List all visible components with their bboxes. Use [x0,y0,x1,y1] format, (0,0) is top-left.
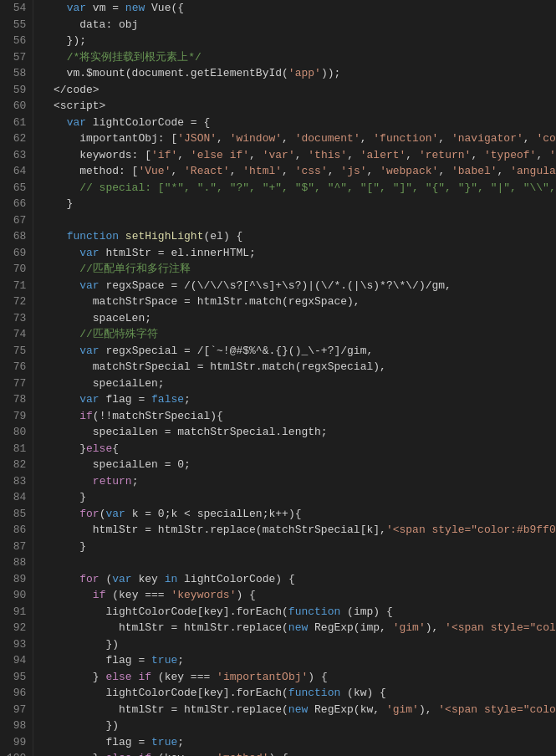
code-line: var regxSpecial = /[`~!@#$%^&.{}()_\-+?]… [40,343,556,360]
code-token: , [406,149,419,161]
code-token: 'var' [263,149,295,161]
code-token: } [40,540,86,553]
code-token: spaceLen; [40,312,151,324]
code-token: for [79,508,99,520]
code-line: specialLen = matchStrSpecial.length; [40,424,556,441]
code-line: } else if (key === 'method') { [40,750,556,756]
code-token: 'document' [295,132,360,145]
line-number: 64 [7,163,26,180]
code-token [40,508,79,520]
code-token: 'method' [217,752,268,756]
code-token: (key === [151,671,217,683]
line-number: 56 [7,33,26,49]
code-token: (key === [105,589,171,601]
code-line: //匹配单行和多行注释 [40,261,556,278]
code-token: (!!matchStrSpecial){ [93,410,223,422]
code-line: } else if (key === 'importantObj') { [40,669,556,686]
code-token: false [151,393,184,406]
code-token: ( [99,573,113,585]
code-line: matchStrSpace = htmlStr.match(regxSpace)… [40,294,556,310]
code-token: function [288,605,340,618]
code-line: } [40,196,556,212]
code-token: var [79,393,99,406]
code-token: var [79,279,99,292]
code-token [40,263,79,275]
code-token: } [40,491,86,503]
code-token: , [360,132,374,145]
code-token: ; [177,654,184,667]
code-token [40,393,79,406]
line-number: 87 [7,539,26,555]
code-token: )); [321,67,340,79]
line-number: 84 [7,489,26,506]
code-token: 'cons [536,132,556,145]
code-token: //匹配特殊字符 [79,328,158,340]
code-line: var flag = false; [40,391,556,408]
code-token: 'if' [151,149,177,161]
code-token: 'return' [419,149,471,161]
code-line: htmlStr = htmlStr.replace(new RegExp(kw,… [40,702,556,718]
code-token: 'angular [510,165,556,177]
code-line: } [40,539,556,555]
code-token: 'React' [184,165,230,177]
line-number: 66 [7,196,26,212]
code-token: regxSpecial = /[`~!@#$%^&.{}()_\-+?]/gim… [99,345,374,357]
line-number: 70 [7,261,26,278]
code-line: lightColorCode[key].forEach(function (im… [40,604,556,621]
code-token: , [471,149,484,161]
code-token: htmlStr = htmlStr.replace( [40,703,288,716]
code-token: , [438,132,451,145]
code-content[interactable]: var vm = new Vue({ data: obj }); /*将实例挂载… [33,0,556,756]
line-number: 68 [7,228,26,245]
code-token [40,573,79,585]
code-token: 'js' [340,165,366,177]
line-number: 88 [7,554,26,571]
code-token: ; [132,475,139,488]
code-token: var [112,573,131,585]
code-token: 'de [549,149,556,161]
code-token: RegExp(imp, [308,621,392,634]
code-token: lightColorCode[key].forEach( [40,605,288,618]
code-token: 'webpack' [380,165,438,177]
code-token: ) { [269,752,288,756]
line-number: 69 [7,245,26,262]
code-token: new [125,2,145,14]
line-number: 74 [7,326,26,343]
code-token: } [40,442,86,455]
line-number: 79 [7,408,26,425]
code-token: specialLen = 0; [40,458,190,471]
code-token [40,51,66,64]
code-token: 'gim' [393,621,426,634]
code-token: var [67,116,86,129]
line-number: 78 [7,391,26,408]
code-token: 'window' [230,132,282,145]
code-line: var lightColorCode = { [40,115,556,131]
code-token: , [347,149,360,161]
code-line: if(!!matchStrSpecial){ [40,408,556,425]
code-token: } [40,752,105,756]
code-token: , [230,165,243,177]
code-token: htmlStr = htmlStr.replace(matchStrSpecia… [40,524,385,536]
code-token: </code> [40,84,99,96]
code-token: '<span style="color:#0 [445,621,556,634]
code-token: flag = [99,393,151,406]
code-token: ; [177,736,184,748]
code-line: <script> [40,98,556,115]
code-token: lightColorCode = { [86,116,210,129]
line-number: 97 [7,702,26,718]
code-token: , [367,165,380,177]
code-token: var [79,345,99,357]
code-token: (imp) { [340,605,392,618]
code-token: else [105,752,131,756]
code-token: if [93,589,106,601]
code-token: for [79,573,99,585]
code-token: 'else if' [191,149,249,161]
line-number: 76 [7,359,26,375]
code-token: '<span style="color:#b9ff01; [386,524,556,536]
code-line: lightColorCode[key].forEach(function (kw… [40,685,556,702]
code-token: data: obj [40,18,138,31]
code-token: return [93,475,132,488]
line-number: 89 [7,571,26,588]
code-line: var vm = new Vue({ [40,0,556,17]
code-line: //匹配特殊字符 [40,326,556,343]
